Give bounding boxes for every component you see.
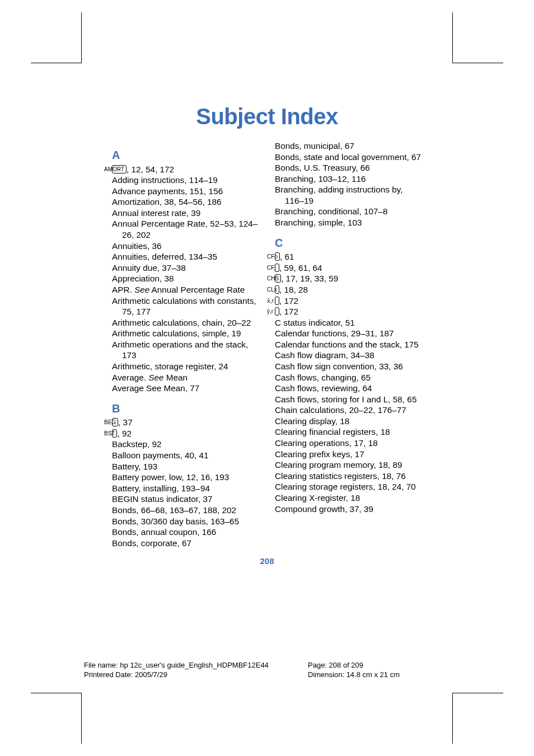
- index-entry: Annual Percentage Rate, 52–53, 124–26, 2…: [122, 218, 259, 240]
- index-entry: Clearing storage registers, 18, 24, 70: [285, 481, 422, 492]
- crop-mark: [452, 693, 503, 744]
- keycap-clx: CLx: [275, 285, 279, 294]
- index-entry: Bonds, U.S. Treasury, 66: [285, 162, 422, 173]
- page-title: Subject Index: [83, 104, 451, 129]
- index-entry: Cash flows, storing for I and L, 58, 65: [285, 394, 422, 405]
- section-heading-a: A: [112, 148, 259, 163]
- index-entry: BST, 92: [122, 428, 259, 439]
- keycap-cfj: CFj: [275, 264, 279, 272]
- index-entry: Clearing statistics registers, 18, 76: [285, 471, 422, 482]
- index-entry: Clearing prefix keys, 17: [285, 449, 422, 460]
- index-entry: Branching, conditional, 107–8: [285, 206, 422, 217]
- index-entry: Clearing X-register, 18: [285, 492, 422, 504]
- index-entry: Bonds, 30/360 day basis, 163–65: [122, 516, 259, 527]
- keycap-amort: AMORT: [112, 165, 127, 173]
- keycap-chs: CHS: [275, 274, 281, 283]
- index-entry: C status indicator, 51: [285, 317, 422, 328]
- index-entry: Amortization, 38, 54–56, 186: [122, 196, 259, 208]
- index-entry: ŷ,r, 172: [285, 306, 422, 317]
- index-entry: Cash flow sign convention, 33, 36: [285, 361, 422, 372]
- index-entry: Clearing display, 18: [285, 416, 422, 427]
- index-entry: CFj, 59, 61, 64: [285, 262, 422, 274]
- index-entry: Annuities, deferred, 134–35: [122, 251, 259, 262]
- index-entry: CLx, 18, 28: [285, 284, 422, 295]
- index-entry: Bonds, municipal, 67: [285, 140, 422, 152]
- keycap-yr: ŷ,r: [275, 307, 279, 316]
- keycap-beg: BEG: [112, 418, 118, 426]
- index-entry: Bonds, state and local government, 67: [285, 152, 422, 163]
- crop-mark: [31, 693, 82, 744]
- index-entry: Branching, 103–12, 116: [285, 173, 422, 185]
- crop-mark: [452, 12, 503, 63]
- index-entry: Clearing operations, 17, 18: [285, 438, 422, 449]
- index-entry: Cash flow diagram, 34–38: [285, 350, 422, 361]
- footer: File name: hp 12c_user's guide_English_H…: [83, 660, 453, 680]
- index-entry: Arithmetic calculations, simple, 19: [122, 328, 259, 339]
- index-entry: Annual interest rate, 39: [122, 208, 259, 219]
- index-entry: APR. See Annual Percentage Rate: [122, 284, 259, 295]
- index-entry: Average. See Mean: [122, 372, 259, 383]
- index-entry: Adding instructions, 114–19: [122, 175, 259, 186]
- index-entry: CHS, 17, 19, 33, 59: [285, 273, 422, 284]
- left-column: A AMORT, 12, 54, 172 Adding instructions…: [112, 140, 259, 548]
- section-heading-b: B: [112, 402, 259, 416]
- index-entry: Bonds, annual coupon, 166: [122, 527, 259, 538]
- index-entry: Bonds, corporate, 67: [122, 538, 259, 549]
- index-entry: Battery, installing, 193–94: [122, 483, 259, 494]
- index-entry: Calendar functions, 29–31, 187: [285, 328, 422, 339]
- index-entry: CFo, 61: [285, 251, 422, 262]
- index-entry: Backstep, 92: [122, 439, 259, 450]
- index-entry: Average See Mean, 77: [122, 383, 259, 394]
- index-entry: Arithmetic calculations with constants, …: [122, 295, 259, 317]
- index-entry: Battery, 193: [122, 461, 259, 472]
- index-entry: Chain calculations, 20–22, 176–77: [285, 405, 422, 416]
- section-heading-c: C: [275, 236, 422, 251]
- page-number: 208: [83, 556, 451, 566]
- index-entry: Battery power, low, 12, 16, 193: [122, 472, 259, 483]
- index-entry: BEG, 37: [122, 417, 259, 428]
- index-columns: A AMORT, 12, 54, 172 Adding instructions…: [83, 140, 451, 548]
- index-entry: Arithmetic operations and the stack, 173: [122, 339, 259, 361]
- page-content: Subject Index A AMORT, 12, 54, 172 Addin…: [83, 65, 451, 691]
- keycap-cfo: CFo: [275, 252, 280, 261]
- index-entry: Advance payments, 151, 156: [122, 186, 259, 197]
- index-entry: Branching, simple, 103: [285, 217, 422, 228]
- index-entry: BEGIN status indicator, 37: [122, 494, 259, 505]
- index-entry: Appreciation, 38: [122, 273, 259, 284]
- right-column: Bonds, municipal, 67 Bonds, state and lo…: [275, 140, 422, 548]
- footer-right: Page: 208 of 209 Dimension: 14.8 cm x 21…: [308, 660, 453, 680]
- index-entry: Balloon payments, 40, 41: [122, 450, 259, 461]
- index-entry: Annuities, 36: [122, 241, 259, 252]
- index-entry: Cash flows, reviewing, 64: [285, 383, 422, 394]
- index-entry: Branching, adding instructions by, 116–1…: [285, 184, 422, 206]
- index-entry: Calendar functions and the stack, 175: [285, 339, 422, 350]
- crop-mark: [31, 12, 82, 63]
- index-entry: Bonds, 66–68, 163–67, 188, 202: [122, 505, 259, 516]
- index-entry: x̂,r, 172: [285, 295, 422, 307]
- footer-left: File name: hp 12c_user's guide_English_H…: [84, 660, 308, 680]
- index-entry: Arithmetic, storage register, 24: [122, 361, 259, 372]
- index-entry: Clearing financial registers, 18: [285, 426, 422, 438]
- index-entry: AMORT, 12, 54, 172: [122, 164, 259, 175]
- index-entry: Clearing program memory, 18, 89: [285, 459, 422, 471]
- index-entry: Cash flows, changing, 65: [285, 372, 422, 383]
- keycap-xr: x̂,r: [275, 297, 279, 305]
- index-entry: Annuity due, 37–38: [122, 262, 259, 274]
- index-entry: Compound growth, 37, 39: [285, 504, 422, 515]
- index-entry: Arithmetic calculations, chain, 20–22: [122, 317, 259, 328]
